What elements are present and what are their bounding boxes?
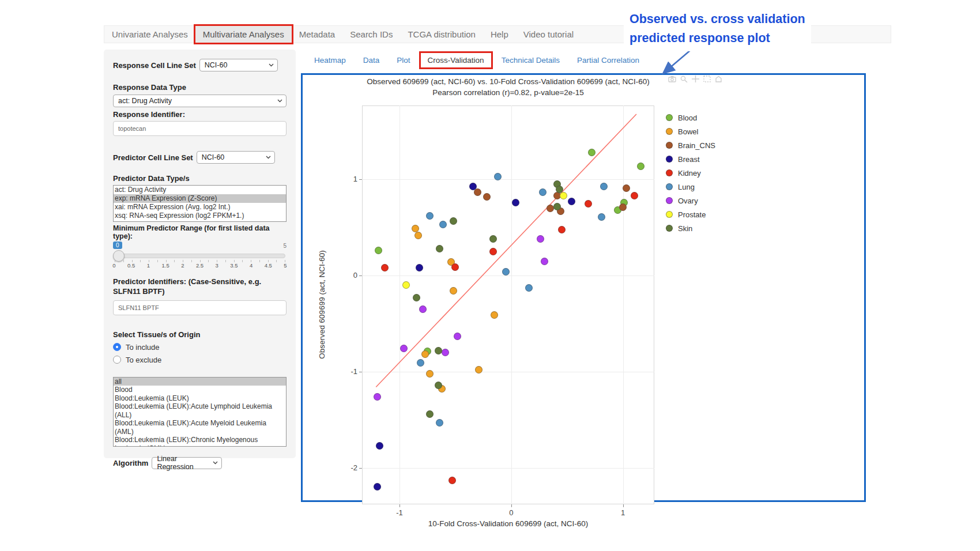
predictor-cell-line-set-select[interactable]: NCI-60 — [197, 151, 275, 164]
scatter-point-bowel[interactable] — [426, 370, 434, 378]
scatter-point-lung[interactable] — [436, 419, 443, 427]
scatter-point-kidney[interactable] — [451, 263, 459, 271]
scatter-point-bowel[interactable] — [450, 287, 457, 295]
list-option-act-drug-activity[interactable]: act: Drug Activity — [114, 186, 286, 194]
subtab-partial-correlation[interactable]: Partial Correlation — [570, 52, 647, 68]
scatter-point-ovary[interactable] — [537, 235, 544, 243]
scatter-point-kidney[interactable] — [631, 192, 638, 199]
scatter-point-kidney[interactable] — [585, 200, 592, 207]
scatter-point-breast[interactable] — [469, 183, 477, 190]
scatter-point-skin[interactable] — [426, 410, 434, 418]
slider-tick-label: 1 — [147, 262, 150, 269]
legend-item-bowel[interactable]: Bowel — [666, 124, 715, 138]
subtab-technical-details[interactable]: Technical Details — [494, 52, 567, 68]
legend-item-brain-cns[interactable]: Brain_CNS — [666, 138, 715, 152]
scatter-point-kidney[interactable] — [448, 477, 456, 484]
legend-item-breast[interactable]: Breast — [666, 152, 715, 166]
slider-track[interactable] — [114, 254, 285, 258]
x-tick — [623, 504, 624, 507]
predictor-cell-line-set-value: NCI-60 — [202, 153, 225, 161]
scatter-point-bowel[interactable] — [412, 225, 419, 232]
scatter-point-ovary[interactable] — [442, 349, 449, 356]
scatter-point-lung[interactable] — [426, 212, 434, 220]
nav-tab-video-tutorial[interactable]: Video tutorial — [516, 26, 581, 43]
scatter-point-brain-cns[interactable] — [623, 184, 630, 192]
nav-tab-univariate-analyses[interactable]: Univariate Analyses — [104, 26, 195, 43]
algorithm-select[interactable]: Linear Regression — [152, 457, 222, 469]
scatter-point-breast[interactable] — [512, 199, 519, 206]
nav-tab-metadata[interactable]: Metadata — [292, 26, 343, 43]
radio-to-include[interactable]: To include — [113, 343, 287, 352]
slider-scale: 00.511.522.533.544.55 — [114, 262, 285, 269]
radio-dot-icon[interactable] — [113, 343, 121, 351]
scatter-point-kidney[interactable] — [558, 226, 566, 233]
scatter-point-ovary[interactable] — [454, 333, 461, 340]
slider-value-badge: 0 — [113, 241, 122, 249]
reset-axes-icon[interactable] — [715, 76, 722, 82]
scatter-point-breast[interactable] — [376, 442, 383, 450]
radio-to-exclude[interactable]: To exclude — [113, 356, 287, 364]
chevron-down-icon — [213, 461, 218, 465]
scatter-point-skin[interactable] — [553, 203, 561, 210]
legend-marker-icon — [666, 128, 673, 135]
subtab-heatmap[interactable]: Heatmap — [307, 52, 353, 68]
radio-dot-icon[interactable] — [113, 356, 121, 364]
y-axis-title: Observed 609699 (act, NCI-60) — [318, 105, 326, 504]
list-option-xai-mrna-expression-avg-log2-int[interactable]: xai: mRNA Expression (Avg. log2 Int.) — [114, 203, 286, 212]
legend-item-skin[interactable]: Skin — [666, 221, 715, 235]
scatter-point-lung[interactable] — [502, 268, 510, 276]
scatter-plot: -10110-1-2 — [362, 105, 654, 504]
scatter-point-lung[interactable] — [494, 173, 502, 180]
scatter-point-blood[interactable] — [637, 163, 644, 170]
x-tick-label: 0 — [500, 508, 523, 517]
scatter-point-skin[interactable] — [413, 294, 420, 301]
subtab-cross-validation[interactable]: Cross-Validation — [420, 52, 492, 68]
legend-label: Kidney — [678, 169, 701, 178]
subtab-data[interactable]: Data — [356, 52, 387, 68]
legend-item-kidney[interactable]: Kidney — [666, 166, 715, 180]
y-tick — [359, 468, 362, 469]
nav-tab-tcga-distribution[interactable]: TCGA distribution — [400, 26, 483, 43]
radio-label: To exclude — [126, 356, 161, 364]
legend-marker-icon — [666, 225, 673, 232]
scatter-point-skin[interactable] — [450, 217, 457, 225]
legend-item-blood[interactable]: Blood — [666, 111, 715, 124]
predictor-identifiers-input[interactable] — [113, 300, 287, 315]
list-option-all[interactable]: all — [114, 378, 286, 386]
scatter-point-ovary[interactable] — [374, 393, 381, 401]
legend-item-ovary[interactable]: Ovary — [666, 194, 715, 207]
list-option-exp-mrna-expression-z-score[interactable]: exp: mRNA Expression (Z-Score) — [114, 194, 286, 203]
scatter-point-lung[interactable] — [600, 183, 608, 190]
scatter-point-skin[interactable] — [435, 347, 442, 354]
slider-tick-label: 3.5 — [230, 262, 238, 269]
subtab-plot[interactable]: Plot — [389, 52, 417, 68]
response-data-type-select[interactable]: act: Drug Activity — [113, 95, 287, 107]
scatter-point-blood[interactable] — [375, 247, 382, 254]
tissue-listbox: allBloodBlood:Leukemia (LEUK)Blood:Leuke… — [113, 377, 287, 447]
list-option-blood[interactable]: Blood — [114, 386, 286, 394]
nav-tab-multivariate-analyses[interactable]: Multivariate Analyses — [195, 26, 292, 43]
legend-item-prostate[interactable]: Prostate — [666, 207, 715, 221]
legend-item-lung[interactable]: Lung — [666, 180, 715, 194]
legend-label: Bowel — [678, 127, 698, 136]
response-cell-line-set-select[interactable]: NCI-60 — [199, 59, 278, 71]
nav-tab-search-ids[interactable]: Search IDs — [342, 26, 400, 43]
scatter-point-skin[interactable] — [435, 382, 442, 389]
list-option-blood-leukemia-leuk[interactable]: Blood:Leukemia (LEUK) — [114, 394, 286, 403]
x-axis-title: 10-Fold Cross-Validation 609699 (act, NC… — [362, 519, 654, 528]
scatter-point-bowel[interactable] — [414, 232, 422, 239]
list-option-blood-leukemia-leuk-acute-myeloid-leukemia-aml[interactable]: Blood:Leukemia (LEUK):Acute Myeloid Leuk… — [114, 419, 286, 436]
list-option-xsq-rna-seq-expression-log2-fpkm-1[interactable]: xsq: RNA-seq Expression (log2 FPKM+1.) — [114, 212, 286, 220]
nav-tab-help[interactable]: Help — [483, 26, 516, 43]
chevron-down-icon — [277, 99, 282, 103]
scatter-point-lung[interactable] — [539, 188, 546, 196]
scatter-point-brain-cns[interactable] — [483, 193, 491, 201]
sidebar-panel: Response Cell Line Set NCI-60 Response D… — [104, 50, 296, 458]
list-option-blood-leukemia-leuk-acute-lymphoid-leukemia-all[interactable]: Blood:Leukemia (LEUK):Acute Lymphoid Leu… — [114, 402, 286, 419]
y-tick — [359, 179, 362, 180]
predictor-data-types-label: Predictor Data Type/s — [113, 174, 287, 183]
scatter-point-skin[interactable] — [556, 186, 563, 193]
response-identifier-input[interactable] — [113, 121, 287, 136]
list-option-blood-leukemia-leuk-chronic-myelogenous-leukemia-cml[interactable]: Blood:Leukemia (LEUK):Chronic Myelogenou… — [114, 436, 286, 447]
legend-marker-icon — [666, 114, 673, 121]
